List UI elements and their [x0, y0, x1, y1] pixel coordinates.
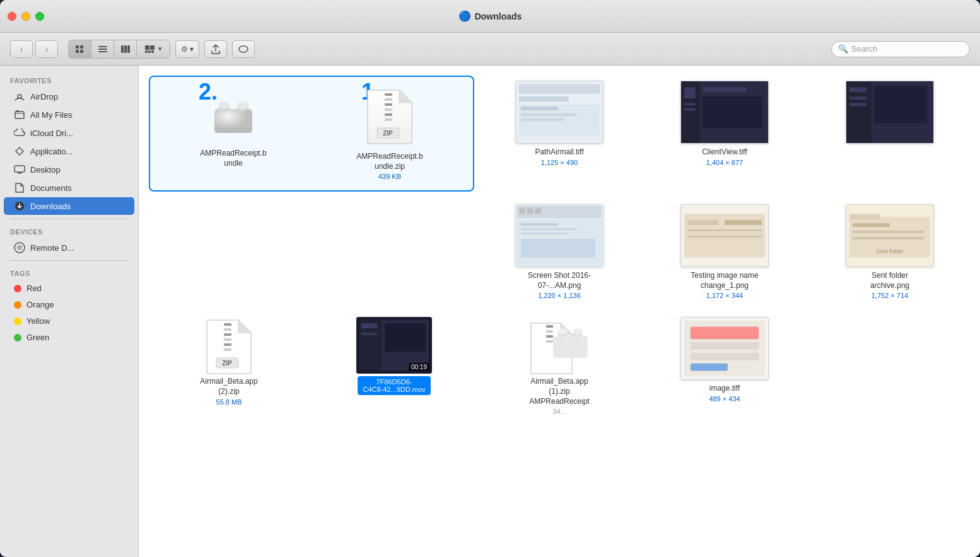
- action-button[interactable]: ⚙ ▾: [175, 40, 199, 58]
- file-item-airmail-beta-zip[interactable]: ZIP Airmail_Beta.app(2).zip 55.8 MB: [149, 312, 309, 420]
- svg-rect-0: [76, 45, 79, 49]
- icon-view-button[interactable]: [69, 40, 91, 58]
- sidebar-item-tag-yellow[interactable]: Yellow: [4, 313, 134, 329]
- sidebar-item-desktop[interactable]: Desktop: [4, 161, 134, 178]
- svg-rect-29: [214, 128, 252, 133]
- file-item-image-tiff[interactable]: image.tiff 489 × 434: [645, 312, 805, 420]
- svg-rect-7: [121, 45, 124, 53]
- sidebar-item-tag-orange[interactable]: Orange: [4, 297, 134, 313]
- svg-rect-110: [691, 343, 759, 350]
- sidebar-item-downloads-label: Downloads: [30, 202, 71, 211]
- tags-header: Tags: [0, 265, 138, 280]
- file-item-testing-2[interactable]: Sent folder Sent folderarchive.png 1,752…: [810, 199, 970, 304]
- sidebar-item-remote-disc[interactable]: Remote D...: [4, 239, 134, 256]
- search-placeholder: Search: [851, 44, 877, 54]
- file-item-amp-bundle[interactable]: 2.: [155, 82, 312, 173]
- client-view-thumb-graphic: [681, 81, 768, 144]
- sidebar-item-downloads[interactable]: Downloads: [4, 197, 134, 215]
- sidebar-item-tag-orange-label: Orange: [26, 300, 54, 309]
- back-icon: ‹: [20, 44, 23, 54]
- svg-rect-81: [853, 237, 924, 239]
- svg-rect-48: [703, 88, 747, 93]
- minimize-button[interactable]: [21, 12, 30, 21]
- zip-file-icon: ZIP: [365, 87, 415, 147]
- svg-rect-56: [874, 86, 927, 123]
- mov-thumbnail: 00:19: [356, 317, 432, 374]
- svg-rect-88: [224, 348, 231, 351]
- screen-shot-thumbnail: [515, 204, 604, 267]
- share-button[interactable]: [204, 40, 227, 58]
- client-view-thumbnail: [680, 81, 769, 144]
- sidebar-item-all-my-files[interactable]: All My Files: [4, 106, 134, 123]
- file-item-screen-shot[interactable]: Screen Shot 2016-07-...AM.png 1,220 × 1,…: [479, 199, 639, 304]
- sidebar-item-icloud-label: iCloud Dri...: [30, 129, 73, 138]
- sidebar-item-tag-red[interactable]: Red: [4, 280, 134, 296]
- svg-rect-68: [521, 233, 568, 234]
- list-view-button[interactable]: [91, 40, 114, 58]
- orange-tag-dot: [14, 301, 21, 309]
- back-button[interactable]: ‹: [10, 40, 33, 58]
- sidebar-item-tag-green[interactable]: Green: [4, 330, 134, 345]
- airmail-beta-1-meta: 34...: [552, 408, 566, 415]
- svg-rect-74: [687, 229, 762, 231]
- file-item-path-airmail[interactable]: PathAirmail.tiff 1,125 × 490: [479, 76, 639, 192]
- main-content: Favorites AirDrop All My Files iCloud Dr…: [0, 66, 980, 557]
- svg-point-15: [239, 46, 248, 52]
- sidebar-item-icloud-drive[interactable]: iCloud Dri...: [4, 124, 134, 142]
- forward-button[interactable]: ›: [35, 40, 58, 58]
- svg-rect-9: [127, 45, 130, 53]
- sidebar-item-airdrop[interactable]: AirDrop: [4, 88, 134, 105]
- testing-1-graphic: [681, 204, 768, 267]
- testing-2-thumbnail: Sent folder: [846, 204, 934, 267]
- sidebar-item-tag-yellow-label: Yellow: [26, 316, 50, 326]
- search-icon: 🔍: [838, 44, 848, 54]
- search-bar[interactable]: 🔍 Search: [831, 41, 970, 57]
- favorites-header: Favorites: [0, 72, 138, 87]
- file-item-client-view[interactable]: ClientView.tiff 1,404 × 877: [645, 76, 805, 192]
- desktop-icon: [14, 164, 25, 175]
- airmail-beta-1-icon: [528, 317, 591, 377]
- tag-button[interactable]: [232, 40, 255, 58]
- testing-1-thumbnail: [680, 204, 769, 267]
- sidebar-item-tag-green-label: Green: [26, 333, 49, 342]
- svg-rect-102: [553, 336, 588, 358]
- sidebar-divider-1: [10, 219, 128, 219]
- downloads-icon: [14, 200, 25, 212]
- sidebar-item-documents[interactable]: Documents: [4, 179, 134, 197]
- svg-rect-39: [519, 84, 600, 94]
- airmail-beta-zip-size: 55.8 MB: [216, 398, 242, 406]
- svg-rect-5: [98, 49, 107, 50]
- dark-screenshot-thumbnail: [846, 81, 934, 144]
- svg-rect-19: [15, 166, 25, 172]
- toolbar: ‹ ›: [0, 33, 980, 66]
- svg-point-23: [19, 247, 20, 248]
- maximize-button[interactable]: [35, 12, 44, 21]
- svg-rect-73: [725, 221, 762, 226]
- file-item-testing-1[interactable]: Testing image name change_1.png 1,172 × …: [645, 199, 805, 304]
- file-item-airmail-beta-1[interactable]: Airmail_Beta.app(1).zipAMPReadReceipt 34…: [479, 312, 639, 420]
- file-item-amp-zip[interactable]: 1.: [312, 82, 468, 185]
- svg-text:ZIP: ZIP: [222, 360, 232, 367]
- gallery-view-button[interactable]: ▾: [137, 40, 170, 58]
- sidebar-divider-2: [10, 260, 128, 261]
- close-button[interactable]: [8, 12, 16, 21]
- svg-rect-84: [224, 328, 231, 331]
- yellow-tag-dot: [14, 318, 21, 325]
- sidebar-item-applications[interactable]: Applicatio...: [4, 142, 134, 160]
- svg-rect-52: [684, 108, 696, 111]
- forward-icon: ›: [45, 44, 49, 54]
- tag-icon: [238, 44, 248, 54]
- svg-rect-11: [150, 45, 155, 50]
- svg-rect-18: [16, 110, 19, 112]
- mov-duration: 00:19: [409, 363, 429, 371]
- svg-rect-63: [527, 208, 534, 214]
- selection-box[interactable]: 2.: [149, 76, 474, 192]
- column-view-button[interactable]: [114, 40, 137, 58]
- svg-rect-49: [703, 96, 762, 127]
- screen-shot-graphic: [516, 204, 603, 267]
- svg-rect-97: [361, 333, 377, 335]
- file-item-mov[interactable]: 00:19 7F86D5D6-C4C8-42...9DD.mov: [314, 312, 474, 420]
- svg-rect-67: [521, 228, 577, 230]
- gallery-view-icon: [144, 45, 157, 54]
- file-item-dark-screenshot[interactable]: [810, 76, 970, 192]
